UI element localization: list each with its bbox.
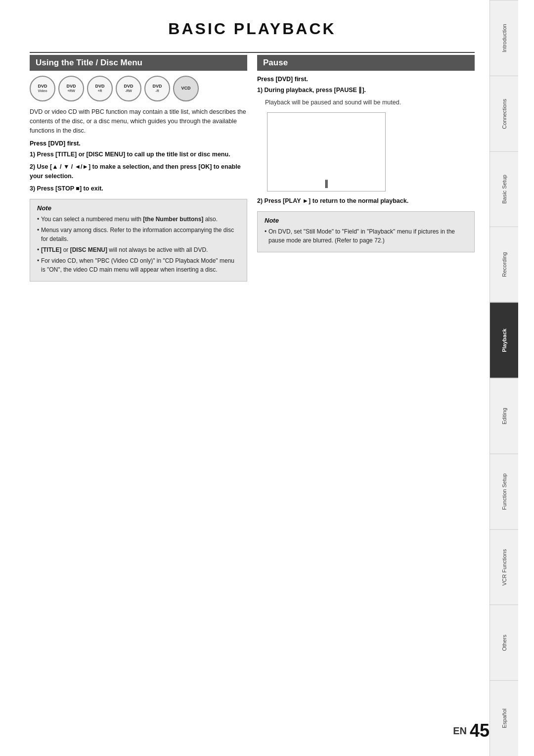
left-note-box: Note You can select a numbered menu with… [30,199,247,282]
left-step-1: 1) Press [TITLE] or [DISC MENU] to call … [30,150,247,159]
left-step-2: 2) Use [▲ / ▼ / ◄/►] to make a selection… [30,162,247,181]
sidebar: Introduction Connections Basic Setup Rec… [490,0,518,756]
right-press-dvd: Press [DVD] first. [257,76,475,83]
right-sub-text: Playback will be paused and sound will b… [257,98,475,107]
disc-badge-dvd-plusr: DVD +R [87,76,113,101]
sidebar-item-espanol[interactable]: Español [490,680,518,756]
video-placeholder: ‖ [267,112,386,191]
page-wrapper: BASIC PLAYBACK Using the Title / Disc Me… [0,0,534,756]
left-note-item-1: You can select a numbered menu with [the… [37,215,240,224]
left-intro-text: DVD or video CD with PBC function may co… [30,107,247,135]
left-note-title: Note [37,204,240,212]
sidebar-item-introduction[interactable]: Introduction [490,0,518,76]
disc-icons: DVD Video DVD +RW DVD +R DVD -RW [30,76,247,101]
sidebar-item-playback[interactable]: Playback [490,302,518,378]
sidebar-item-function-setup[interactable]: Function Setup [490,454,518,529]
disc-badge-vcd: VCD [173,76,199,101]
page-title: BASIC PLAYBACK [30,15,475,38]
disc-badge-dvd-plusrw: DVD +RW [58,76,84,101]
right-note-box: Note On DVD, set "Still Mode" to "Field"… [257,211,475,252]
right-section-heading: Pause [257,55,475,71]
right-note-item-1: On DVD, set "Still Mode" to "Field" in "… [265,227,467,245]
disc-badge-dvd-minusr: DVD -R [144,76,170,101]
right-note-title: Note [265,217,467,224]
sidebar-item-vcr-functions[interactable]: VCR Functions [490,529,518,605]
left-section-heading: Using the Title / Disc Menu [30,55,247,71]
left-press-dvd: Press [DVD] first. [30,140,247,147]
left-note-item-4: For video CD, when "PBC (Video CD only)"… [37,256,240,274]
sidebar-item-recording[interactable]: Recording [490,227,518,302]
left-step-3: 3) Press [STOP ■] to exit. [30,184,247,193]
right-step-1: 1) During playback, press [PAUSE ‖]. [257,86,475,95]
sidebar-item-connections[interactable]: Connections [490,76,518,151]
sidebar-item-editing[interactable]: Editing [490,378,518,454]
page-lang: EN [453,725,467,737]
sidebar-item-others[interactable]: Others [490,605,518,680]
right-step-2: 2) Press [PLAY ►] to return to the norma… [257,196,475,206]
sidebar-item-basic-setup[interactable]: Basic Setup [490,151,518,227]
right-column: Pause Press [DVD] first. 1) During playb… [257,55,475,282]
disc-badge-dvd-minusrw: DVD -RW [116,76,141,101]
main-content: BASIC PLAYBACK Using the Title / Disc Me… [0,0,490,756]
left-note-item-3: [TITLE] or [DISC MENU] will not always b… [37,245,240,254]
two-col-layout: Using the Title / Disc Menu DVD Video DV… [30,55,475,282]
left-note-item-2: Menus vary among discs. Refer to the inf… [37,226,240,243]
page-footer: EN 45 [453,720,490,741]
divider-line [30,52,475,53]
pause-icon: ‖ [324,179,328,188]
left-column: Using the Title / Disc Menu DVD Video DV… [30,55,247,282]
page-number: 45 [470,720,490,741]
disc-badge-dvd-video: DVD Video [30,76,55,101]
